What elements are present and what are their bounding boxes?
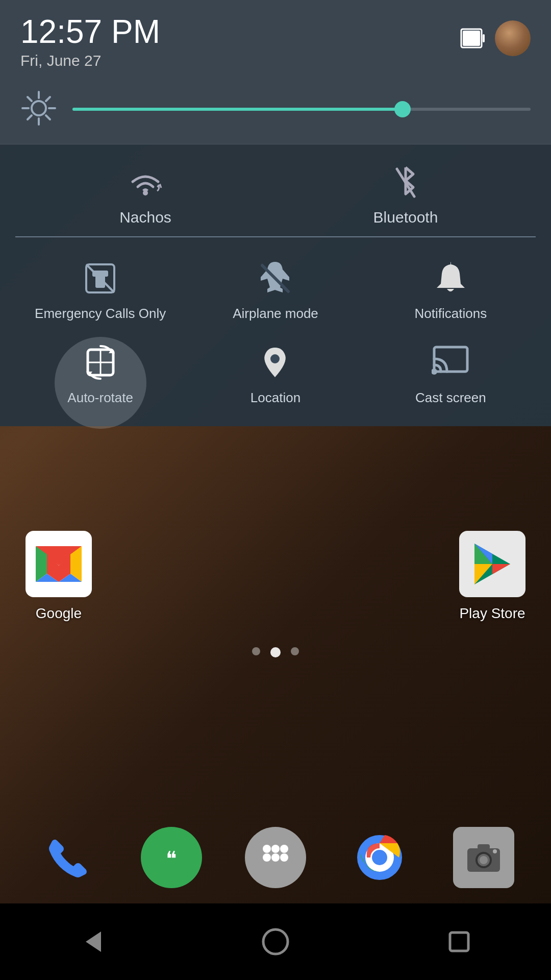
rotate-icon xyxy=(80,342,121,383)
time-display: 12:57 PM xyxy=(20,15,160,48)
location-label: Location xyxy=(251,390,300,406)
gmail-icon xyxy=(26,531,92,597)
emergency-calls-tile[interactable]: Emergency Calls Only xyxy=(15,253,185,327)
dock: ❝ xyxy=(0,827,551,888)
svg-point-17 xyxy=(280,853,288,862)
qs-grid: Emergency Calls Only Airplane mode xyxy=(15,253,536,411)
wifi-icon xyxy=(128,165,163,201)
svg-point-12 xyxy=(263,845,271,853)
cast-icon xyxy=(430,342,471,383)
play-store-label: Play Store xyxy=(459,605,525,622)
status-bar-right xyxy=(460,20,531,56)
launcher-dock-icon[interactable] xyxy=(245,827,306,888)
home-screen: Google Play Store xyxy=(0,521,551,980)
page-dots xyxy=(0,647,551,657)
google-label: Google xyxy=(36,605,82,622)
dot-1 xyxy=(252,647,260,655)
brightness-slider[interactable] xyxy=(72,108,531,111)
google-app[interactable]: Google xyxy=(26,531,92,622)
battery-icon xyxy=(460,25,485,52)
bell-icon xyxy=(430,258,471,299)
svg-point-32 xyxy=(32,101,46,115)
hangouts-dock-icon[interactable]: ❝ xyxy=(141,827,202,888)
brightness-fill xyxy=(72,108,403,111)
svg-point-13 xyxy=(271,845,280,853)
brightness-icon xyxy=(20,90,57,129)
notifications-tile[interactable]: Notifications xyxy=(366,253,536,327)
brightness-row xyxy=(0,80,551,144)
bluetooth-icon xyxy=(388,165,423,201)
svg-rect-29 xyxy=(483,34,485,42)
status-bar-left: 12:57 PM Fri, June 27 xyxy=(20,15,160,69)
svg-text:❝: ❝ xyxy=(166,847,177,870)
date-display: Fri, June 27 xyxy=(20,52,160,69)
svg-point-16 xyxy=(271,853,280,862)
playstore-icon xyxy=(459,531,525,597)
dot-2 xyxy=(270,647,281,657)
svg-point-15 xyxy=(263,853,271,862)
bluetooth-label: Bluetooth xyxy=(373,209,438,226)
wifi-tile[interactable]: Nachos xyxy=(15,165,276,237)
avatar-image xyxy=(495,20,531,56)
brightness-thumb[interactable] xyxy=(394,101,411,117)
svg-point-25 xyxy=(480,856,488,864)
svg-marker-9 xyxy=(492,564,510,574)
svg-line-39 xyxy=(46,97,50,101)
svg-rect-26 xyxy=(478,844,490,849)
svg-line-37 xyxy=(28,97,32,101)
svg-point-41 xyxy=(143,190,148,195)
app-row: Google Play Store xyxy=(0,531,551,622)
emergency-calls-label: Emergency Calls Only xyxy=(35,306,166,322)
cast-screen-label: Cast screen xyxy=(415,390,486,406)
svg-line-40 xyxy=(28,115,32,119)
notification-panel: 12:57 PM Fri, June 27 xyxy=(0,0,551,426)
play-store-app[interactable]: Play Store xyxy=(459,531,525,622)
svg-rect-30 xyxy=(463,31,480,46)
qs-top-row: Nachos Bluetooth xyxy=(15,165,536,237)
phone-dock-icon[interactable] xyxy=(37,827,98,888)
chrome-dock-icon[interactable] xyxy=(349,827,410,888)
airplane-mode-label: Airplane mode xyxy=(233,306,318,322)
svg-point-55 xyxy=(432,369,437,375)
cast-screen-tile[interactable]: Cast screen xyxy=(366,337,536,411)
bluetooth-tile[interactable]: Bluetooth xyxy=(276,165,536,237)
wifi-label: Nachos xyxy=(119,209,171,226)
status-bar: 12:57 PM Fri, June 27 xyxy=(0,0,551,80)
airplane-icon xyxy=(255,258,296,299)
svg-point-27 xyxy=(493,849,497,853)
notifications-label: Notifications xyxy=(415,306,487,322)
airplane-mode-tile[interactable]: Airplane mode xyxy=(190,253,360,327)
svg-line-38 xyxy=(46,115,50,119)
svg-point-53 xyxy=(270,354,280,363)
no-signal-icon xyxy=(80,258,121,299)
location-icon xyxy=(255,342,296,383)
auto-rotate-tile[interactable]: Auto-rotate xyxy=(15,337,185,411)
svg-point-14 xyxy=(280,845,288,853)
svg-rect-46 xyxy=(92,271,108,277)
quick-settings-panel: Nachos Bluetooth xyxy=(0,144,551,426)
user-avatar[interactable] xyxy=(495,20,531,56)
dot-3 xyxy=(291,647,299,655)
svg-point-21 xyxy=(372,850,387,865)
camera-dock-icon[interactable] xyxy=(453,827,514,888)
location-tile[interactable]: Location xyxy=(190,337,360,411)
